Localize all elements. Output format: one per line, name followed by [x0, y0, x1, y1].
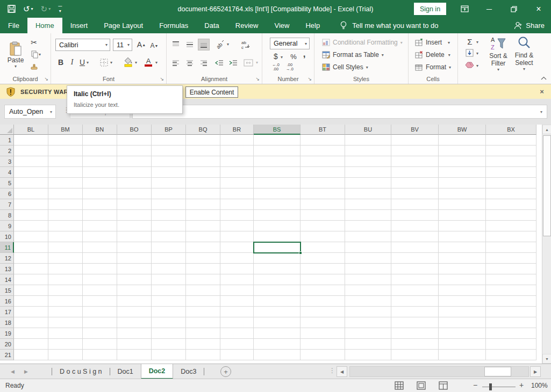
- page-break-view-icon[interactable]: [439, 381, 448, 390]
- cell-BR7[interactable]: [220, 199, 254, 210]
- customize-qat-icon[interactable]: ─▾: [58, 5, 62, 13]
- decrease-decimal-button[interactable]: .00→.0: [284, 62, 296, 72]
- row-header-21[interactable]: 21: [0, 350, 14, 360]
- expand-formula-bar-icon[interactable]: ▾: [540, 110, 542, 114]
- cell-BO18[interactable]: [117, 317, 152, 328]
- cell-BX13[interactable]: [486, 264, 536, 274]
- cell-BR11[interactable]: [220, 242, 254, 253]
- cell-BU2[interactable]: [345, 146, 391, 156]
- cell-BR16[interactable]: [220, 296, 254, 307]
- currency-button[interactable]: $: [272, 52, 280, 61]
- cell-BM21[interactable]: [48, 350, 83, 360]
- cell-BX20[interactable]: [486, 339, 536, 350]
- cell-BV8[interactable]: [391, 210, 439, 221]
- cell-BL9[interactable]: [14, 221, 48, 231]
- cell-BN10[interactable]: [83, 231, 117, 242]
- row-header-1[interactable]: 1: [0, 135, 14, 146]
- cell-BP14[interactable]: [152, 274, 186, 285]
- cell-BL11[interactable]: [14, 242, 48, 253]
- column-header-BT[interactable]: BT: [300, 125, 345, 135]
- cell-BP21[interactable]: [152, 350, 186, 360]
- cell-BT12[interactable]: [300, 253, 345, 264]
- cell-BS5[interactable]: [254, 178, 300, 188]
- cell-BP6[interactable]: [152, 188, 186, 199]
- cell-BO13[interactable]: [117, 264, 152, 274]
- cell-BU3[interactable]: [345, 156, 391, 167]
- cell-BW19[interactable]: [439, 328, 486, 339]
- number-dialog-launcher-icon[interactable]: ↘: [307, 76, 312, 82]
- save-icon[interactable]: [8, 5, 16, 13]
- cell-BO6[interactable]: [117, 188, 152, 199]
- sheet-tab-doc2[interactable]: Doc2: [141, 364, 174, 379]
- ribbon-tab-view[interactable]: View: [266, 18, 297, 33]
- autosum-button[interactable]: Σ: [464, 37, 475, 46]
- cell-BX9[interactable]: [486, 221, 536, 231]
- cell-BX4[interactable]: [486, 167, 536, 178]
- cell-BV5[interactable]: [391, 178, 439, 188]
- underline-button[interactable]: U: [78, 57, 87, 68]
- align-right-button[interactable]: [198, 57, 210, 69]
- cell-BX7[interactable]: [486, 199, 536, 210]
- cell-BS18[interactable]: [254, 317, 300, 328]
- cell-BX6[interactable]: [486, 188, 536, 199]
- cell-BS15[interactable]: [254, 285, 300, 296]
- column-header-BP[interactable]: BP: [152, 125, 186, 135]
- cell-BS6[interactable]: [254, 188, 300, 199]
- cell-BS13[interactable]: [254, 264, 300, 274]
- cell-BP15[interactable]: [152, 285, 186, 296]
- cell-BX16[interactable]: [486, 296, 536, 307]
- cell-BM6[interactable]: [48, 188, 83, 199]
- cell-BL10[interactable]: [14, 231, 48, 242]
- cell-BN15[interactable]: [83, 285, 117, 296]
- cell-BU5[interactable]: [345, 178, 391, 188]
- cell-BW11[interactable]: [439, 242, 486, 253]
- horizontal-scrollbar[interactable]: [349, 366, 529, 377]
- cell-BR4[interactable]: [220, 167, 254, 178]
- cell-BN21[interactable]: [83, 350, 117, 360]
- cell-BP8[interactable]: [152, 210, 186, 221]
- cell-BW4[interactable]: [439, 167, 486, 178]
- cell-BV9[interactable]: [391, 221, 439, 231]
- cell-BQ14[interactable]: [186, 274, 220, 285]
- cell-BM5[interactable]: [48, 178, 83, 188]
- redo-button[interactable]: ↻▾: [41, 4, 51, 14]
- cell-BW9[interactable]: [439, 221, 486, 231]
- cell-BW14[interactable]: [439, 274, 486, 285]
- cell-BL21[interactable]: [14, 350, 48, 360]
- cell-BP9[interactable]: [152, 221, 186, 231]
- cell-BT4[interactable]: [300, 167, 345, 178]
- cell-BN4[interactable]: [83, 167, 117, 178]
- cell-BQ10[interactable]: [186, 231, 220, 242]
- cell-BN8[interactable]: [83, 210, 117, 221]
- row-header-12[interactable]: 12: [0, 253, 14, 264]
- undo-button[interactable]: ↺▾: [23, 4, 33, 14]
- cell-BS9[interactable]: [254, 221, 300, 231]
- select-all-corner[interactable]: [0, 125, 14, 135]
- column-header-BO[interactable]: BO: [117, 125, 152, 135]
- row-header-2[interactable]: 2: [0, 146, 14, 156]
- cell-BL8[interactable]: [14, 210, 48, 221]
- cell-BT19[interactable]: [300, 328, 345, 339]
- cell-BL18[interactable]: [14, 317, 48, 328]
- cell-BU20[interactable]: [345, 339, 391, 350]
- cell-BN2[interactable]: [83, 146, 117, 156]
- cell-BM7[interactable]: [48, 199, 83, 210]
- cell-BP16[interactable]: [152, 296, 186, 307]
- fill-dropdown-icon[interactable]: ▾: [476, 51, 478, 56]
- cell-BO12[interactable]: [117, 253, 152, 264]
- ribbon-tab-data[interactable]: Data: [196, 18, 227, 33]
- cell-BN16[interactable]: [83, 296, 117, 307]
- cell-BT2[interactable]: [300, 146, 345, 156]
- ribbon-tab-insert[interactable]: Insert: [62, 18, 96, 33]
- cell-BM12[interactable]: [48, 253, 83, 264]
- cell-BN14[interactable]: [83, 274, 117, 285]
- cell-BQ18[interactable]: [186, 317, 220, 328]
- zoom-slider-thumb[interactable]: [489, 383, 492, 390]
- cell-BP1[interactable]: [152, 135, 186, 146]
- cell-BN20[interactable]: [83, 339, 117, 350]
- cell-BM18[interactable]: [48, 317, 83, 328]
- font-size-combo[interactable]: 11▾: [113, 39, 132, 51]
- cell-BN3[interactable]: [83, 156, 117, 167]
- row-header-20[interactable]: 20: [0, 339, 14, 350]
- column-header-BS[interactable]: BS: [254, 125, 300, 135]
